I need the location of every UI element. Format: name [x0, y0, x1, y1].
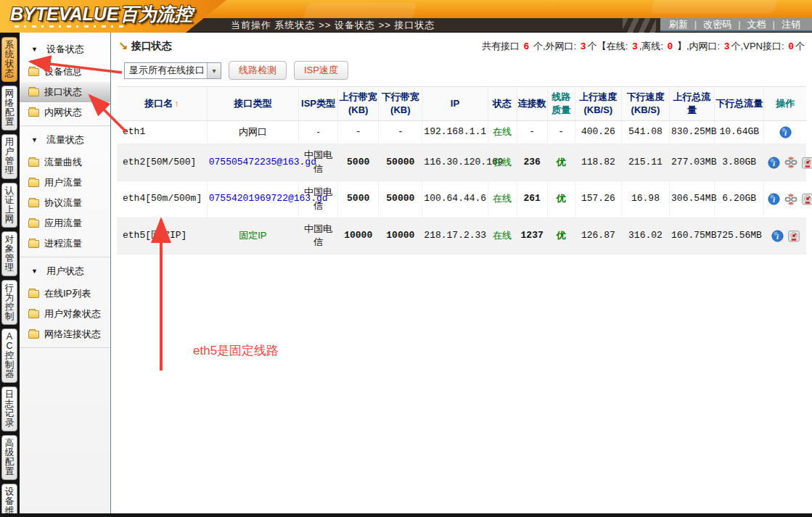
cell-up-speed: 157.26: [575, 181, 621, 218]
cell-ip: 116.30.120.169: [422, 144, 488, 181]
sidebar-item-进程流量[interactable]: 进程流量: [20, 233, 110, 254]
cell-down-speed: 16.98: [621, 181, 669, 218]
tab-系统状态[interactable]: 系统状态: [1, 37, 17, 82]
tab-高级配置[interactable]: 高级配置: [1, 435, 17, 480]
stat-number: 3: [631, 41, 639, 52]
sidebar-item-用户对象状态[interactable]: 用户对象状态: [20, 304, 110, 324]
info-icon[interactable]: i: [779, 126, 792, 138]
cell-down-bandwidth: -: [379, 121, 422, 144]
sidebar-group-items: 流量曲线用户流量协议流量应用流量进程流量: [20, 152, 110, 257]
tab-日志记录[interactable]: 日志记录: [1, 386, 17, 431]
breadcrumb: 当前操作 系统状态 >> 设备状态 >> 接口状态: [231, 19, 435, 32]
sidebar-item-label: 流量曲线: [44, 156, 82, 169]
cell-line-quality: -: [547, 121, 575, 144]
header-link-2[interactable]: 改密码: [703, 18, 731, 31]
tab-用户管理[interactable]: 用户管理: [1, 134, 17, 179]
sidebar-group-label: 用户状态: [46, 265, 84, 278]
tab-行为控制[interactable]: 行为控制: [1, 280, 17, 325]
cell-up-total: 306.54MB: [670, 181, 715, 218]
cell-up-total: 160.75MB: [670, 218, 715, 255]
isp-speed-button[interactable]: ISP速度: [294, 61, 348, 80]
cell-operations: i: [764, 144, 806, 181]
sidebar-item-label: 协议流量: [44, 197, 82, 210]
column-header-下行总流量[interactable]: 下行总流量: [715, 87, 764, 121]
column-header-上行速度(KB/S)[interactable]: 上行速度(KB/S): [575, 87, 621, 121]
cell-isp-type: -: [299, 121, 338, 144]
cell-up-total: 830.25MB: [670, 121, 715, 144]
tab-设备维护[interactable]: 设备维护: [1, 484, 17, 517]
stat-text: 共有接口: [482, 41, 522, 51]
cell-connections: 236: [517, 144, 547, 181]
column-header-接口名[interactable]: 接口名↑: [117, 87, 207, 121]
cell-down-bandwidth: 50000: [379, 181, 422, 218]
column-header-ISP类型[interactable]: ISP类型: [299, 87, 338, 121]
sidebar-group-流量状态[interactable]: ▼流量状态: [20, 128, 110, 152]
folder-icon: [28, 159, 39, 167]
tab-对象管理[interactable]: 对象管理: [1, 231, 17, 276]
stat-text: 个【在线:: [588, 41, 631, 51]
cell-connections: 1237: [517, 218, 547, 255]
app-header: 当前操作 系统状态 >> 设备状态 >> 接口状态 刷新|改密码|文档|注销 B…: [0, 0, 812, 33]
cell-operations: i: [764, 121, 806, 144]
cell-isp-type: 中国电信: [299, 218, 338, 255]
sidebar-item-设备信息[interactable]: 设备信息: [20, 62, 110, 82]
info-icon[interactable]: i: [771, 230, 784, 242]
sidebar-group-设备状态[interactable]: ▼设备状态: [20, 37, 110, 62]
disconnect-icon[interactable]: [784, 194, 797, 205]
info-icon[interactable]: i: [768, 157, 780, 169]
speedtest-icon[interactable]: [802, 157, 812, 169]
header-link-1[interactable]: 刷新: [669, 18, 688, 31]
sidebar-group-label: 流量状态: [46, 133, 84, 146]
header-link-4[interactable]: 注销: [782, 18, 800, 31]
column-header-下行带宽(KB)[interactable]: 下行带宽(KB): [379, 87, 422, 121]
cell-up-bandwidth: 5000: [338, 144, 379, 181]
cell-down-total: 10.64GB: [715, 121, 764, 144]
stat-text: 】,内网口:: [674, 41, 722, 51]
sidebar-item-用户流量[interactable]: 用户流量: [20, 173, 110, 193]
interface-filter-select[interactable]: 显示所有在线接口 ▾: [124, 62, 221, 79]
cell-ip: 192.168.1.1: [422, 121, 488, 144]
cell-connections: -: [517, 121, 547, 144]
speedtest-icon[interactable]: [802, 193, 812, 205]
table-body: eth1内网口---192.168.1.1在线--400.26541.08830…: [117, 121, 806, 255]
speedtest-icon[interactable]: [788, 230, 800, 242]
sidebar-item-在线IP列表[interactable]: 在线IP列表: [20, 284, 110, 304]
tab-AC控制器[interactable]: AC控制器: [1, 328, 17, 383]
column-header-IP[interactable]: IP: [422, 87, 488, 121]
column-header-连接数[interactable]: 连接数: [517, 87, 547, 121]
disconnect-icon[interactable]: [784, 157, 797, 168]
column-header-线路质量[interactable]: 线路质量: [547, 87, 575, 121]
column-header-接口类型[interactable]: 接口类型: [207, 87, 298, 121]
stat-number: 6: [522, 41, 531, 52]
column-header-状态[interactable]: 状态: [488, 87, 517, 121]
column-header-操作[interactable]: 操作: [764, 87, 806, 121]
sidebar-item-label: 进程流量: [44, 237, 82, 250]
cell-interface-type[interactable]: 075505472235@163.gd: [207, 144, 298, 181]
sidebar-item-网络连接状态[interactable]: 网络连接状态: [20, 324, 110, 344]
header-link-3[interactable]: 文档: [747, 18, 766, 31]
logo-dashes-decoration: [15, 25, 123, 28]
sidebar-item-应用流量[interactable]: 应用流量: [20, 213, 110, 233]
column-header-上行总流量[interactable]: 上行总流量: [670, 87, 715, 121]
sidebar-item-流量曲线[interactable]: 流量曲线: [20, 152, 110, 173]
sidebar-item-接口状态[interactable]: 接口状态: [20, 82, 110, 102]
header-links: 刷新|改密码|文档|注销: [660, 18, 812, 32]
info-icon[interactable]: i: [768, 193, 780, 205]
folder-icon: [28, 68, 39, 76]
line-test-button[interactable]: 线路检测: [229, 61, 287, 80]
bottom-border: [0, 513, 812, 517]
cell-up-bandwidth: -: [338, 121, 379, 144]
sidebar-item-协议流量[interactable]: 协议流量: [20, 193, 110, 213]
sidebar-item-内网状态[interactable]: 内网状态: [20, 102, 110, 123]
cell-down-speed: 316.02: [621, 218, 669, 255]
cell-interface-type[interactable]: 07554201969722@163.gd: [207, 181, 298, 218]
sidebar-group-用户状态[interactable]: ▼用户状态: [20, 259, 110, 284]
cell-line-quality: 优: [547, 181, 575, 218]
tab-认证上网[interactable]: 认证上网: [1, 183, 17, 228]
column-header-上行带宽(KB)[interactable]: 上行带宽(KB): [338, 87, 379, 121]
sidebar-group-items: 在线IP列表用户对象状态网络连接状态: [20, 284, 110, 348]
column-header-下行速度(KB/S)[interactable]: 下行速度(KB/S): [621, 87, 669, 121]
interface-stats: 共有接口 6 个,外网口: 3个【在线: 3,离线: 0 】,内网口: 3个,V…: [482, 40, 805, 53]
tab-网络配置[interactable]: 网络配置: [1, 86, 17, 131]
collapse-triangle-icon: ▼: [31, 268, 38, 275]
